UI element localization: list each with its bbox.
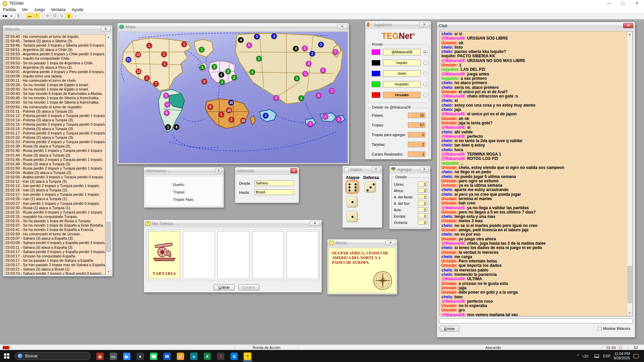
army-marker[interactable]: 3 [303, 71, 308, 77]
list-icon[interactable]: ☰ [15, 13, 22, 19]
army-marker[interactable]: 3 [318, 42, 324, 48]
army-marker[interactable]: 1 [219, 79, 225, 85]
edge-app-icon[interactable]: e [189, 352, 199, 361]
skype-app-icon[interactable]: S [229, 352, 239, 361]
army-marker[interactable]: 4 [293, 46, 299, 52]
card-slot[interactable] [217, 231, 250, 279]
card-slot[interactable] [252, 231, 284, 279]
army-marker[interactable]: 1 [323, 114, 328, 120]
player-radio[interactable] [423, 50, 427, 54]
tray-clock[interactable]: 11:04 PM 9/28/2025 [613, 350, 630, 362]
player-name-field[interactable]: @Makana08 [383, 49, 421, 55]
bitacora-scrollbar[interactable]: ▲ ▼ [106, 34, 111, 275]
chat-message-list[interactable]: chelo: si si@Makana08: URSSIAN SOS LIBRE… [439, 31, 633, 316]
seleccion-titlebar[interactable]: Selección ✕ [235, 167, 299, 175]
army-marker[interactable]: 1 [336, 117, 342, 122]
chat-scroll-thumb[interactable] [628, 266, 632, 303]
army-marker[interactable]: 1 [181, 42, 187, 47]
army-marker[interactable]: 1 [250, 69, 255, 75]
menu-item-partida[interactable]: Partida [0, 7, 19, 12]
note-icon[interactable]: ▬ [26, 13, 33, 19]
army-marker[interactable]: 10 [226, 108, 232, 113]
army-marker[interactable]: 2 [219, 72, 224, 78]
card-slot[interactable] [286, 231, 319, 279]
word-app-icon[interactable]: W [162, 352, 172, 361]
speaker-icon[interactable]: ◁))) [582, 350, 588, 362]
army-marker[interactable]: 3 [202, 79, 207, 84]
army-marker[interactable]: 3 [333, 49, 338, 55]
folder-app-icon[interactable]: ▱ [176, 352, 185, 361]
army-marker[interactable]: 1 [199, 47, 205, 53]
player-name-field[interactable]: chelo [383, 70, 421, 77]
taskbar-search[interactable]: Buscar [15, 352, 91, 360]
main-titlebar[interactable]: TEGNet — ▢ ✕ [0, 0, 644, 7]
desde-field[interactable]: Sahara [255, 180, 294, 186]
language-indicator[interactable]: ESP [603, 350, 610, 362]
menu-item-ver[interactable]: Ver [19, 7, 31, 12]
check-icon[interactable]: ✓ [72, 13, 79, 19]
hasta-field[interactable]: Brasil [255, 189, 294, 195]
army-marker[interactable]: 2 [225, 69, 231, 74]
scroll-up-icon[interactable]: ▲ [106, 34, 111, 40]
mision-titlebar[interactable]: Misión ✕ [327, 239, 397, 247]
discord-app-icon[interactable]: ● [136, 352, 145, 361]
minimize-button[interactable]: — [602, 0, 616, 7]
agregar-close-icon[interactable]: ✕ [420, 167, 429, 172]
bitacora-log-list[interactable]: 22:59:40 - Ha comenzado el turno de loqu… [4, 34, 106, 275]
army-marker[interactable]: 2 [231, 75, 237, 80]
army-marker[interactable]: 3 [263, 113, 269, 119]
army-marker[interactable]: 6 [163, 93, 169, 99]
army-marker[interactable]: 2 [212, 64, 217, 70]
chat-input[interactable] [439, 318, 633, 323]
army-marker[interactable]: 1 [219, 112, 224, 118]
army-marker[interactable]: 1 [294, 76, 300, 81]
notification-center-icon[interactable] [634, 350, 639, 362]
scroll-thumb[interactable] [106, 222, 111, 252]
chat-close-icon[interactable]: ✕ [623, 23, 633, 28]
cobrar-button[interactable]: Cobrar [214, 284, 234, 290]
mapa-close-icon[interactable]: ✕ [337, 24, 347, 29]
chat-scrollbar[interactable]: ▲ ▼ [627, 31, 633, 316]
army-marker[interactable]: 4 [174, 124, 179, 130]
dados-close-icon[interactable]: ✕ [372, 167, 380, 172]
bitacora-close-icon[interactable]: ✕ [101, 26, 111, 32]
card-slot[interactable] [183, 231, 215, 279]
bitacora-titlebar[interactable]: Bitácora ✕ [3, 25, 112, 33]
chat-scroll-down-icon[interactable]: ▼ [627, 310, 632, 316]
army-marker[interactable]: 4 [306, 61, 312, 67]
dice-icon[interactable]: ⚄ [51, 13, 58, 19]
army-marker[interactable]: 4 [238, 37, 244, 43]
player-radio[interactable] [423, 82, 427, 86]
army-marker[interactable]: 6 [164, 110, 170, 116]
informacion-titlebar[interactable]: Información - ✕ [144, 167, 224, 175]
army-marker[interactable]: 10 [240, 118, 246, 124]
army-marker[interactable]: 2 [256, 56, 262, 62]
army-marker[interactable]: 5 [247, 43, 252, 48]
acrobat-app-icon[interactable]: A [216, 352, 225, 361]
jugadores-titlebar[interactable]: Jugadores ✕ [365, 21, 431, 28]
scroll-down-icon[interactable]: ▼ [106, 269, 111, 275]
mostrar-bitacora-checkbox[interactable]: Mostrar Bitácora [598, 326, 630, 330]
army-marker[interactable]: 21 [126, 57, 131, 63]
player-radio[interactable] [423, 72, 427, 76]
canjear-button[interactable]: Canjear [238, 284, 259, 290]
agregar-titlebar[interactable]: Agregar ✕ [389, 166, 430, 173]
network-icon[interactable] [594, 350, 599, 362]
informacion-close-icon[interactable]: ✕ [215, 168, 222, 173]
enviar-button[interactable]: Enviar [440, 326, 459, 331]
gear-icon[interactable]: ⚙ [58, 13, 65, 19]
tarjetas-close-icon[interactable]: ✕ [310, 221, 320, 226]
army-marker[interactable]: 7 [153, 81, 159, 87]
territory-card[interactable]: TARTARIA [149, 231, 180, 279]
zoom-app-icon[interactable]: ▶ [122, 352, 131, 361]
army-marker[interactable]: 3 [254, 34, 260, 40]
army-marker[interactable]: 5 [302, 46, 308, 51]
army-marker[interactable]: 16 [228, 100, 234, 106]
army-marker[interactable]: 1 [274, 95, 279, 101]
seleccion-close-icon[interactable]: ✕ [290, 168, 297, 173]
mapa-titlebar[interactable]: Mapa ✕ [117, 23, 349, 31]
army-marker[interactable]: 12 [136, 69, 142, 74]
tarjetas-titlebar[interactable]: ? Mis Tarjetas ✕ [144, 220, 322, 227]
tegnet-app-icon[interactable]: ? [243, 352, 252, 361]
mision-close-icon[interactable]: ✕ [385, 240, 395, 245]
